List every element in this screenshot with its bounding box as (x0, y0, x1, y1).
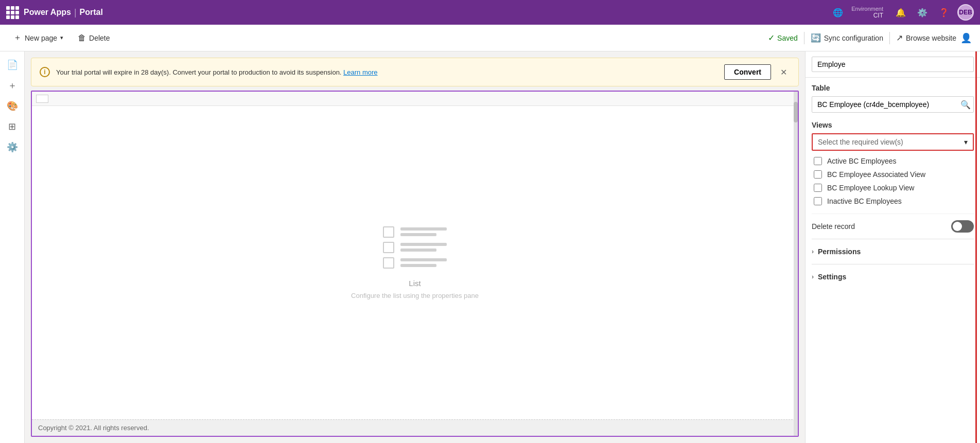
environment-block: Environment CIT (851, 6, 883, 19)
list-line (400, 249, 436, 252)
banner-text: Your trial portal will expire in 28 day(… (56, 68, 718, 76)
permissions-label: Permissions (818, 247, 861, 256)
list-square-icon (383, 242, 394, 253)
new-page-button[interactable]: ＋ New page ▾ (8, 29, 68, 46)
saved-label: Saved (777, 34, 798, 42)
list-title: List (409, 279, 421, 288)
sidebar-add-icon[interactable]: ＋ (3, 76, 22, 95)
settings-header[interactable]: › Settings (812, 271, 974, 283)
delete-record-section: Delete record (812, 214, 974, 239)
dropdown-arrow: ▾ (60, 34, 63, 41)
avatar[interactable]: DEB (957, 4, 974, 21)
scroll-indicator (975, 51, 977, 443)
sidebar-pages-icon[interactable]: 📄 (3, 56, 22, 74)
check-icon: ✓ (768, 33, 775, 43)
settings-accordion: › Settings (812, 264, 974, 289)
new-page-label: New page (25, 34, 57, 42)
editor-scrollbar[interactable] (794, 92, 798, 436)
top-nav: Power Apps | Portal 🌐 Environment CIT 🔔 … (0, 0, 980, 25)
portal-name: Portal (80, 8, 103, 17)
learn-more-link[interactable]: Learn more (343, 68, 377, 76)
search-input[interactable] (812, 57, 974, 72)
list-line (400, 227, 447, 231)
delete-label: Delete (89, 34, 110, 42)
properties-panel: Table 🔍 Views Select the required view(s… (805, 51, 980, 443)
checkbox-item-inactive[interactable]: Inactive BC Employees (814, 197, 974, 205)
sidebar-settings-icon[interactable]: ⚙️ (3, 138, 22, 156)
globe-icon[interactable]: 🌐 (830, 4, 846, 21)
views-label: Views (812, 121, 974, 129)
checkbox-bc-employee-associated[interactable] (814, 170, 822, 179)
delete-button[interactable]: 🗑 Delete (73, 30, 115, 46)
table-label: Table (812, 84, 974, 92)
sync-configuration-button[interactable]: 🔄 Sync configuration (811, 33, 883, 43)
content-area: i Your trial portal will expire in 28 da… (25, 51, 805, 443)
checkbox-item-associated[interactable]: BC Employee Associated View (814, 170, 974, 179)
saved-status: ✓ Saved (768, 33, 798, 43)
table-search-icon[interactable]: 🔍 (960, 100, 971, 110)
main-layout: 📄 ＋ 🎨 ⊞ ⚙️ i Your trial portal will expi… (0, 51, 980, 443)
sidebar-theme-icon[interactable]: 🎨 (3, 97, 22, 115)
list-square-icon (383, 257, 394, 269)
list-row-1 (383, 226, 447, 238)
list-line (400, 264, 436, 267)
props-search (806, 51, 980, 78)
chevron-down-icon: ▾ (964, 138, 968, 146)
settings-icon[interactable]: ⚙️ (914, 4, 931, 21)
convert-button[interactable]: Convert (724, 64, 771, 80)
views-field: Views Select the required view(s) ▾ Acti… (812, 121, 974, 205)
browse-website-button[interactable]: ↗ Browse website (896, 33, 956, 43)
list-line (400, 243, 447, 246)
checkbox-label: Inactive BC Employees (827, 197, 902, 205)
notification-icon[interactable]: 🔔 (892, 4, 909, 21)
help-icon[interactable]: ❓ (936, 4, 952, 21)
checkbox-label: Active BC Employees (827, 157, 897, 165)
sync-icon: 🔄 (811, 33, 821, 43)
checkbox-item-active[interactable]: Active BC Employees (814, 157, 974, 165)
sync-label: Sync configuration (824, 34, 883, 42)
chevron-right-icon2: › (812, 273, 814, 280)
delete-record-toggle[interactable] (951, 220, 974, 233)
footer-bar: Copyright © 2021. All rights reserved. (32, 419, 798, 436)
list-icon-group (383, 226, 447, 269)
divider2 (889, 32, 890, 44)
table-input-wrapper: 🔍 (812, 96, 974, 113)
checkbox-label: BC Employee Associated View (827, 170, 925, 179)
checkbox-item-lookup[interactable]: BC Employee Lookup View (814, 184, 974, 192)
list-subtitle: Configure the list using the properties … (351, 292, 479, 299)
checkbox-active-bc-employees[interactable] (814, 157, 822, 165)
plus-icon: ＋ (13, 32, 22, 43)
browse-icon: ↗ (896, 33, 903, 43)
views-placeholder: Select the required view(s) (818, 138, 903, 146)
checkbox-bc-employee-lookup[interactable] (814, 184, 822, 192)
views-checkbox-list: Active BC Employees BC Employee Associat… (812, 157, 974, 205)
divider (804, 32, 804, 44)
environment-label: Environment (851, 6, 883, 12)
permissions-header[interactable]: › Permissions (812, 245, 974, 258)
delete-icon: 🗑 (78, 33, 86, 43)
list-lines (400, 227, 447, 236)
list-row-2 (383, 242, 447, 253)
checkbox-inactive-bc-employees[interactable] (814, 197, 822, 205)
sidebar-components-icon[interactable]: ⊞ (3, 117, 22, 136)
table-field: Table 🔍 (812, 84, 974, 113)
chevron-right-icon: › (812, 248, 814, 255)
app-name: Power Apps (24, 8, 71, 17)
settings-label: Settings (818, 273, 846, 281)
person-icon[interactable]: 👤 (960, 32, 972, 44)
page-editor: List Configure the list using the proper… (31, 91, 799, 437)
views-dropdown[interactable]: Select the required view(s) ▾ (812, 133, 974, 151)
props-content: Table 🔍 Views Select the required view(s… (806, 78, 980, 443)
list-line (400, 233, 436, 236)
close-banner-button[interactable]: ✕ (777, 66, 790, 78)
header-box (36, 95, 48, 103)
info-icon: i (40, 67, 50, 77)
permissions-accordion: › Permissions (812, 239, 974, 264)
list-lines (400, 243, 447, 252)
checkbox-label: BC Employee Lookup View (827, 184, 914, 192)
trial-banner: i Your trial portal will expire in 28 da… (31, 58, 799, 86)
table-input[interactable] (812, 96, 974, 113)
waffle-menu[interactable] (6, 6, 19, 19)
delete-record-label: Delete record (812, 222, 855, 231)
app-title: Power Apps | Portal (24, 7, 103, 18)
